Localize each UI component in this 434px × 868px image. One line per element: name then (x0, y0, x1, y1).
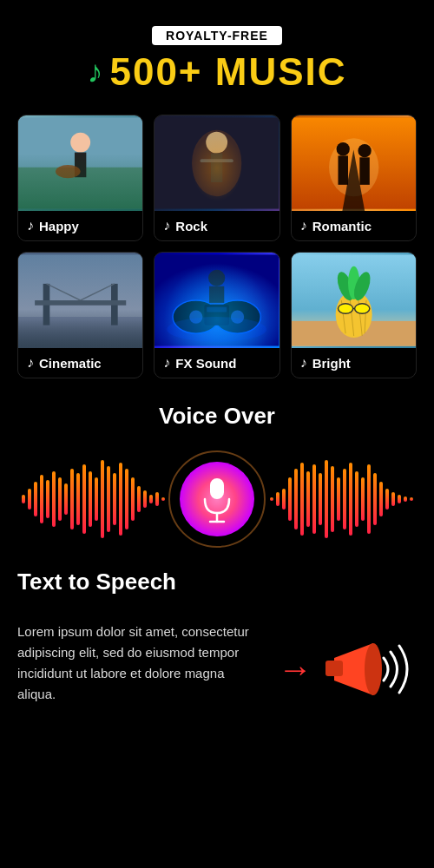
royalty-free-badge: ROYALTY-FREE (152, 26, 282, 45)
svg-rect-53 (58, 477, 62, 521)
svg-rect-9 (201, 159, 233, 162)
svg-rect-23 (35, 300, 126, 306)
svg-rect-77 (276, 492, 279, 506)
svg-rect-24 (155, 254, 279, 345)
svg-rect-52 (52, 471, 56, 527)
svg-point-33 (168, 317, 267, 342)
svg-rect-54 (64, 483, 68, 515)
note-icon-romantic: ♪ (300, 218, 307, 233)
header-section: ROYALTY-FREE ♪ 500+ MUSIC (17, 26, 417, 94)
voice-over-section: Voice Over (17, 403, 417, 551)
svg-rect-87 (337, 477, 340, 521)
music-title-row: ♪ 500+ MUSIC (17, 50, 417, 94)
svg-rect-50 (40, 475, 43, 523)
svg-rect-30 (207, 307, 227, 312)
svg-rect-81 (300, 463, 304, 536)
svg-point-25 (173, 300, 220, 333)
card-image-rock (155, 115, 279, 211)
svg-rect-66 (137, 486, 141, 512)
note-icon-rock: ♪ (163, 218, 170, 233)
tts-title: Text to Speech (17, 569, 417, 595)
svg-rect-79 (288, 477, 292, 521)
svg-rect-89 (349, 463, 352, 536)
svg-rect-3 (75, 153, 86, 178)
note-icon-bright: ♪ (300, 355, 307, 371)
card-image-cinematic (18, 253, 142, 348)
svg-point-12 (329, 138, 378, 196)
svg-rect-49 (34, 482, 37, 516)
music-card-romantic[interactable]: ♪ Romantic (291, 115, 417, 241)
music-grid: ♪ Happy ♪ Rock (17, 115, 417, 378)
music-card-fx[interactable]: ♪ FX Sound (154, 252, 279, 378)
svg-point-45 (354, 304, 369, 313)
voice-over-title: Voice Over (17, 403, 417, 430)
tts-body-text: Lorem ipsum dolor sit amet, consectetur … (17, 621, 264, 705)
svg-rect-97 (398, 495, 401, 503)
svg-rect-63 (119, 463, 122, 536)
svg-rect-61 (107, 466, 110, 532)
svg-rect-47 (22, 495, 25, 503)
music-title: 500+ MUSIC (109, 50, 346, 94)
tts-content: Lorem ipsum dolor sit amet, consectetur … (17, 613, 417, 726)
svg-rect-70 (161, 497, 165, 501)
svg-point-7 (207, 132, 228, 154)
svg-rect-94 (379, 482, 383, 516)
svg-rect-14 (338, 155, 347, 184)
music-card-bright[interactable]: ♪ Bright (291, 252, 417, 378)
svg-rect-11 (292, 117, 416, 208)
svg-rect-58 (89, 471, 92, 527)
card-label-cinematic: ♪ Cinematic (18, 348, 142, 378)
card-label-text-bright: Bright (312, 356, 351, 371)
svg-rect-80 (294, 469, 298, 529)
card-label-text-fx: FX Sound (175, 356, 236, 371)
card-label-bright: ♪ Bright (292, 348, 416, 378)
svg-point-101 (365, 643, 382, 695)
svg-rect-84 (319, 473, 322, 525)
card-label-romantic: ♪ Romantic (292, 211, 416, 240)
card-label-fx: ♪ FX Sound (155, 348, 279, 378)
arrow-right-icon: → (278, 650, 312, 689)
svg-rect-18 (18, 317, 142, 345)
svg-rect-93 (373, 473, 377, 525)
svg-rect-85 (325, 460, 328, 538)
svg-rect-59 (95, 477, 98, 521)
svg-rect-65 (131, 477, 135, 521)
card-label-text-happy: Happy (39, 219, 79, 233)
music-note-icon: ♪ (87, 54, 102, 90)
svg-rect-92 (367, 464, 371, 534)
svg-point-26 (214, 300, 261, 333)
card-label-rock: ♪ Rock (155, 211, 279, 240)
svg-rect-78 (282, 489, 286, 510)
card-image-fx (155, 253, 279, 348)
waveform-bars (17, 447, 417, 551)
card-image-happy (18, 115, 142, 211)
svg-point-15 (358, 144, 371, 157)
svg-rect-1 (18, 168, 142, 209)
svg-point-13 (336, 142, 349, 155)
note-icon-happy: ♪ (27, 218, 34, 233)
svg-rect-76 (270, 497, 273, 501)
svg-rect-83 (312, 464, 316, 534)
arrow-megaphone-group: → (278, 621, 417, 717)
card-label-text-rock: Rock (175, 219, 207, 233)
svg-rect-60 (101, 460, 104, 538)
svg-rect-48 (28, 489, 31, 510)
svg-point-6 (192, 130, 241, 196)
music-card-rock[interactable]: ♪ Rock (154, 115, 279, 241)
svg-rect-73 (210, 478, 224, 499)
svg-rect-99 (410, 497, 413, 501)
svg-rect-69 (155, 492, 159, 506)
waveform-container (17, 447, 417, 551)
card-label-happy: ♪ Happy (18, 211, 142, 240)
svg-rect-29 (205, 305, 230, 326)
music-card-cinematic[interactable]: ♪ Cinematic (17, 252, 143, 378)
svg-rect-86 (331, 466, 334, 532)
svg-rect-64 (125, 469, 128, 529)
note-icon-fx: ♪ (163, 355, 170, 371)
svg-rect-82 (306, 471, 310, 527)
music-card-happy[interactable]: ♪ Happy (17, 115, 143, 241)
svg-rect-98 (404, 496, 407, 502)
svg-rect-57 (82, 464, 86, 534)
page-wrapper: ROYALTY-FREE ♪ 500+ MUSIC ♪ Happy (0, 0, 434, 743)
svg-rect-51 (46, 480, 49, 518)
